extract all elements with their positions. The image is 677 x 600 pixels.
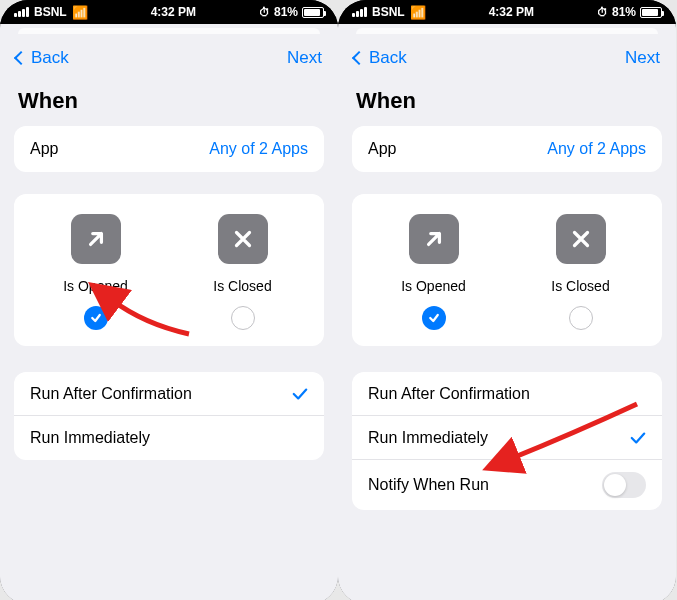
battery-icon [302,7,324,18]
state-card: Is Opened Is Closed [14,194,324,346]
chevron-left-icon [14,51,28,65]
battery-percent: 81% [274,5,298,19]
back-button[interactable]: Back [354,48,407,68]
arrow-out-icon [409,214,459,264]
alarm-icon: ⏱ [259,6,270,18]
time-label: 4:32 PM [489,5,534,19]
closed-label: Is Closed [551,278,609,294]
state-opened[interactable]: Is Opened [22,214,169,330]
opened-label: Is Opened [401,278,466,294]
check-icon [292,387,308,401]
closed-radio[interactable] [569,306,593,330]
check-icon [630,431,646,445]
run-options-card: Run After Confirmation Run Immediately N… [352,372,662,510]
app-label: App [368,140,396,158]
run-immediate-label: Run Immediately [30,429,150,447]
page-title: When [0,78,338,126]
state-closed[interactable]: Is Closed [507,214,654,330]
run-confirm-label: Run After Confirmation [368,385,530,403]
close-icon [218,214,268,264]
wifi-icon: 📶 [72,5,88,20]
run-immediate-label: Run Immediately [368,429,488,447]
phone-left: BSNL 📶 4:32 PM ⏱ 81% Back Next [0,0,338,600]
battery-percent: 81% [612,5,636,19]
notify-when-run[interactable]: Notify When Run [352,460,662,510]
app-value: Any of 2 Apps [547,140,646,158]
notify-label: Notify When Run [368,476,489,494]
closed-radio[interactable] [231,306,255,330]
back-button[interactable]: Back [16,48,69,68]
closed-label: Is Closed [213,278,271,294]
app-row[interactable]: App Any of 2 Apps [352,126,662,172]
next-button[interactable]: Next [287,48,322,68]
run-after-confirmation[interactable]: Run After Confirmation [14,372,324,416]
close-icon [556,214,606,264]
app-label: App [30,140,58,158]
run-immediately[interactable]: Run Immediately [14,416,324,460]
run-options-card: Run After Confirmation Run Immediately [14,372,324,460]
wifi-icon: 📶 [410,5,426,20]
chevron-left-icon [352,51,366,65]
state-closed[interactable]: Is Closed [169,214,316,330]
signal-icon [352,7,367,17]
carrier-label: BSNL [34,5,67,19]
opened-radio[interactable] [84,306,108,330]
back-label: Back [369,48,407,68]
signal-icon [14,7,29,17]
run-confirm-label: Run After Confirmation [30,385,192,403]
phone-right: BSNL 📶 4:32 PM ⏱ 81% Back Next [338,0,676,600]
notify-toggle[interactable] [602,472,646,498]
run-immediately[interactable]: Run Immediately [352,416,662,460]
page-title: When [338,78,676,126]
back-label: Back [31,48,69,68]
battery-icon [640,7,662,18]
app-row[interactable]: App Any of 2 Apps [14,126,324,172]
opened-radio[interactable] [422,306,446,330]
arrow-out-icon [71,214,121,264]
run-after-confirmation[interactable]: Run After Confirmation [352,372,662,416]
next-button[interactable]: Next [625,48,660,68]
state-opened[interactable]: Is Opened [360,214,507,330]
opened-label: Is Opened [63,278,128,294]
carrier-label: BSNL [372,5,405,19]
app-value: Any of 2 Apps [209,140,308,158]
status-bar: BSNL 📶 4:32 PM ⏱ 81% [0,0,338,24]
state-card: Is Opened Is Closed [352,194,662,346]
time-label: 4:32 PM [151,5,196,19]
alarm-icon: ⏱ [597,6,608,18]
status-bar: BSNL 📶 4:32 PM ⏱ 81% [338,0,676,24]
